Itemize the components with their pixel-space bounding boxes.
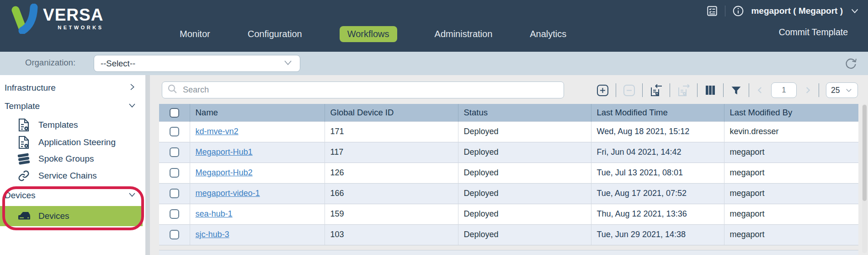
row-checkbox[interactable] [170, 189, 179, 198]
global-device-id-cell: 166 [325, 183, 458, 204]
row-checkbox[interactable] [170, 168, 179, 178]
select-all-checkbox[interactable] [170, 108, 179, 118]
nav-tab[interactable]: Administration [435, 26, 493, 42]
status-cell: Deployed [458, 121, 591, 142]
versa-logo-mark-icon [10, 4, 39, 36]
status-cell: Deployed [458, 142, 591, 163]
nav-tab[interactable]: Analytics [530, 26, 566, 42]
chevron-down-icon [128, 101, 136, 112]
status-cell: Deployed [458, 163, 591, 183]
user-menu-label[interactable]: megaport ( Megaport ) [751, 6, 843, 16]
last-modified-by-cell: megaport [724, 183, 858, 204]
row-checkbox[interactable] [170, 127, 179, 136]
table-toolbar: 1 25 [596, 82, 858, 98]
sidebar-item-label: Templates [38, 120, 78, 130]
template-document-icon [16, 118, 31, 132]
refresh-icon[interactable] [843, 56, 858, 73]
last-modified-time-cell: Tue, Aug 17 2021, 07:52 [591, 183, 724, 204]
table-header-row: Name Global Device ID Status Last Modifi… [159, 104, 858, 121]
device-name-link[interactable]: megaport-video-1 [196, 189, 260, 198]
brand-subtitle: NETWORKS [43, 25, 103, 30]
app-header: VERSA NETWORKS Monitor Configuration Wor… [0, 0, 868, 52]
toolbar-divider [670, 83, 670, 97]
nav-tab-label: Configuration [248, 29, 302, 39]
chevron-down-icon[interactable] [850, 6, 860, 16]
nav-tab[interactable]: Workflows [340, 26, 397, 42]
column-header-last-modified-by[interactable]: Last Modified By [724, 104, 858, 121]
sidebar-item-label: Devices [38, 211, 69, 221]
sidebar-section-label: Infrastructure [5, 83, 56, 93]
device-name-link[interactable]: sea-hub-1 [196, 209, 233, 218]
last-modified-by-cell: megaport [724, 142, 858, 163]
row-checkbox[interactable] [170, 230, 179, 239]
sidebar-section-infrastructure[interactable]: Infrastructure [0, 80, 145, 96]
primary-nav: Monitor Configuration Workflows Administ… [180, 26, 566, 42]
organization-select[interactable]: --Select-- [94, 55, 300, 72]
tasks-icon[interactable] [706, 5, 718, 17]
last-modified-time-cell: Tue, Jun 29 2021, 14:38 [591, 224, 724, 245]
column-header-global-device-id[interactable]: Global Device ID [325, 104, 458, 121]
nav-tab[interactable]: Configuration [248, 26, 302, 42]
sidebar-section-template[interactable]: Template [0, 98, 145, 114]
sidebar-item-devices[interactable]: Devices [0, 206, 143, 226]
brand-name: VERSA [43, 6, 103, 23]
export-template-icon [677, 84, 690, 97]
table-row: kd-mve-vn2 171 Deployed Wed, Aug 18 2021… [159, 121, 858, 142]
search-icon [167, 83, 178, 97]
sidebar-item-service-chains[interactable]: Service Chains [0, 168, 145, 184]
sidebar-item-spoke-groups[interactable]: Spoke Groups [0, 151, 145, 167]
last-modified-time-cell: Wed, Aug 18 2021, 15:12 [591, 121, 724, 142]
sidebar-item-application-steering[interactable]: Application Steering [0, 135, 145, 150]
toolbar-divider [723, 83, 724, 97]
last-modified-time-cell: Tue, Jul 13 2021, 08:01 [591, 163, 724, 183]
nav-tab[interactable]: Monitor [180, 26, 210, 42]
last-modified-by-cell: megaport [724, 224, 858, 245]
chevron-right-icon [128, 83, 136, 93]
devices-table: Name Global Device ID Status Last Modifi… [159, 104, 858, 245]
commit-template-button[interactable]: Commit Template [779, 27, 848, 38]
device-name-link[interactable]: kd-mve-vn2 [196, 127, 239, 136]
sidebar-scrollbar[interactable] [145, 75, 150, 255]
info-icon[interactable] [732, 5, 744, 17]
vertical-scrollbar[interactable] [862, 104, 867, 253]
organization-bar: Organization: --Select-- [0, 52, 868, 75]
column-header-last-modified-time[interactable]: Last Modified Time [591, 104, 724, 121]
last-modified-time-cell: Fri, Jun 04 2021, 14:42 [591, 142, 724, 163]
page-number-input[interactable]: 1 [771, 82, 797, 98]
versa-logo: VERSA NETWORKS [10, 4, 103, 36]
nav-tab-label: Monitor [180, 29, 210, 39]
status-cell: Deployed [458, 183, 591, 204]
sidebar-section-devices[interactable]: Devices [0, 187, 145, 204]
sidebar-item-label: Service Chains [38, 171, 97, 181]
column-header-status[interactable]: Status [458, 104, 591, 121]
device-name-link[interactable]: Megaport-Hub1 [196, 147, 253, 157]
page-next-icon [804, 86, 812, 94]
page-size-select[interactable]: 25 [826, 82, 858, 98]
table-row: sea-hub-1 159 Deployed Thu, Aug 12 2021,… [159, 204, 858, 224]
deploy-template-icon[interactable] [650, 84, 663, 97]
chevron-down-icon [282, 57, 293, 70]
status-cell: Deployed [458, 204, 591, 224]
global-device-id-cell: 126 [325, 163, 458, 183]
sidebar-item-templates[interactable]: Templates [0, 117, 145, 133]
sidebar: Infrastructure Template Templates [0, 75, 145, 255]
scrollbar-thumb[interactable] [863, 105, 867, 201]
organization-select-value: --Select-- [101, 59, 135, 69]
search-input[interactable] [183, 85, 559, 95]
table-row: megaport-video-1 166 Deployed Tue, Aug 1… [159, 183, 858, 204]
header-divider [725, 5, 725, 16]
last-modified-by-cell: megaport [724, 163, 858, 183]
remove-device-button [623, 84, 635, 97]
nav-tab-label: Administration [435, 29, 493, 39]
device-name-link[interactable]: sjc-hub-3 [196, 230, 229, 239]
column-header-name[interactable]: Name [190, 104, 325, 121]
sidebar-section-label: Devices [5, 190, 36, 201]
device-name-link[interactable]: Megaport-Hub2 [196, 168, 253, 177]
row-checkbox[interactable] [170, 209, 179, 219]
row-checkbox[interactable] [170, 147, 179, 157]
filter-icon[interactable] [730, 85, 742, 96]
nav-tab-label: Analytics [530, 29, 566, 39]
columns-icon[interactable] [704, 84, 716, 96]
add-device-button[interactable] [596, 84, 609, 97]
global-device-id-cell: 159 [325, 204, 458, 224]
